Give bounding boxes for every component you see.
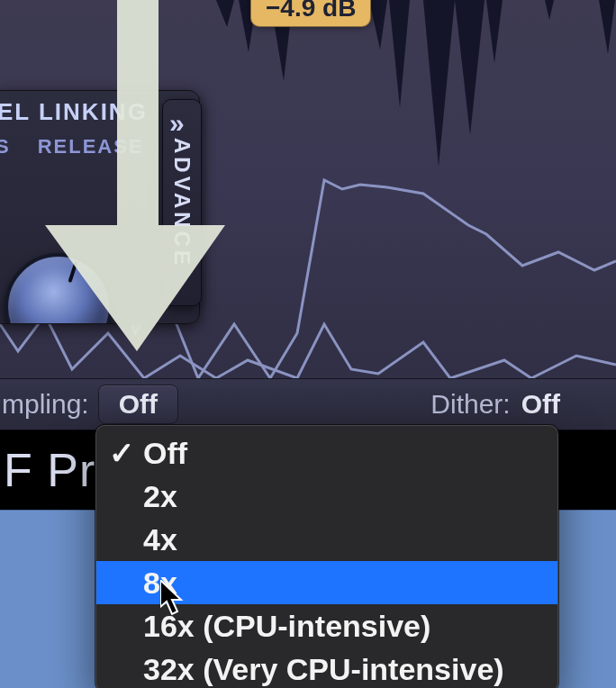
oversampling-label: mpling:	[2, 389, 89, 420]
dropdown-item-16x[interactable]: 16x (CPU-intensive)	[96, 604, 557, 647]
dither-dropdown-button[interactable]: Off	[521, 389, 560, 420]
dropdown-item-label: 32x (Very CPU-intensive)	[143, 652, 504, 687]
advanced-tab[interactable]: ADVANCE	[162, 99, 202, 306]
dropdown-item-label: 8x	[143, 566, 177, 601]
dropdown-item-4x[interactable]: 4x	[96, 518, 557, 561]
dropdown-item-8x[interactable]: 8x	[96, 561, 557, 604]
linking-knob[interactable]	[5, 253, 113, 324]
bottom-control-bar: mpling: Off Dither: Off	[0, 378, 616, 430]
dropdown-item-off[interactable]: ✓ Off	[96, 431, 557, 475]
checkmark-icon: ✓	[109, 435, 134, 471]
dropdown-item-32x[interactable]: 32x (Very CPU-intensive)	[96, 647, 557, 688]
oversampling-dropdown-button[interactable]: Off	[98, 385, 178, 424]
svg-marker-5	[423, 0, 455, 167]
chevron-right-icon[interactable]: »	[169, 108, 179, 139]
dither-label: Dither:	[430, 389, 510, 420]
oversampling-dropdown-menu[interactable]: ✓ Off 2x 4x 8x 16x (CPU-intensive) 32x (…	[95, 425, 558, 688]
linking-sub-left: S	[0, 135, 11, 158]
svg-marker-0	[216, 0, 234, 27]
svg-marker-8	[545, 0, 554, 20]
svg-marker-9	[599, 0, 615, 54]
advanced-tab-label: ADVANCE	[169, 138, 195, 268]
dropdown-item-label: 2x	[143, 479, 177, 514]
dropdown-item-label: 16x (CPU-intensive)	[143, 609, 430, 644]
dropdown-item-label: Off	[143, 436, 187, 471]
linking-sub-release: RELEASE	[38, 135, 144, 158]
svg-marker-3	[369, 0, 387, 50]
plugin-window: −4.9 dB EL LINKING S RELEASE 0% ADVANCE …	[0, 0, 616, 688]
svg-marker-6	[455, 0, 485, 135]
dropdown-item-2x[interactable]: 2x	[96, 475, 557, 518]
dropdown-item-label: 4x	[143, 522, 177, 557]
svg-marker-4	[389, 0, 410, 108]
gain-reduction-badge: −4.9 dB	[250, 0, 371, 27]
svg-marker-7	[486, 0, 503, 63]
